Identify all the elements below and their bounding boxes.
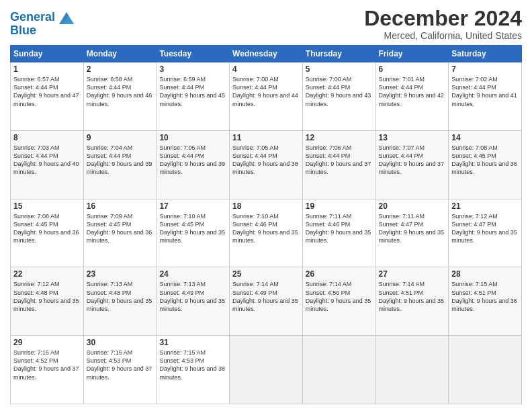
calendar-cell: 17Sunrise: 7:10 AMSunset: 4:45 PMDayligh… — [157, 199, 230, 267]
day-info: Sunrise: 7:15 AMSunset: 4:51 PMDaylight:… — [451, 280, 519, 313]
day-number: 23 — [87, 269, 154, 279]
day-number: 6 — [379, 64, 446, 74]
calendar-cell: 9Sunrise: 7:04 AMSunset: 4:44 PMDaylight… — [83, 130, 157, 199]
calendar-cell: 30Sunrise: 7:15 AMSunset: 4:53 PMDayligh… — [83, 336, 157, 404]
calendar-cell: 26Sunrise: 7:14 AMSunset: 4:50 PMDayligh… — [302, 267, 375, 336]
day-number: 31 — [159, 338, 226, 347]
calendar-cell — [449, 336, 522, 404]
day-number: 11 — [232, 133, 300, 142]
day-number: 19 — [306, 201, 373, 211]
calendar-cell: 16Sunrise: 7:09 AMSunset: 4:45 PMDayligh… — [83, 199, 157, 267]
calendar-cell: 29Sunrise: 7:15 AMSunset: 4:52 PMDayligh… — [11, 336, 84, 404]
day-info: Sunrise: 7:15 AMSunset: 4:53 PMDaylight:… — [159, 349, 226, 381]
day-number: 5 — [306, 64, 373, 74]
day-info: Sunrise: 7:10 AMSunset: 4:46 PMDaylight:… — [232, 212, 300, 245]
calendar-cell: 6Sunrise: 7:01 AMSunset: 4:44 PMDaylight… — [375, 62, 449, 131]
day-number: 2 — [87, 64, 154, 74]
day-info: Sunrise: 7:12 AMSunset: 4:48 PMDaylight:… — [13, 280, 81, 313]
day-info: Sunrise: 7:01 AMSunset: 4:44 PMDaylight:… — [379, 75, 446, 108]
day-info: Sunrise: 7:08 AMSunset: 4:45 PMDaylight:… — [451, 144, 519, 177]
day-info: Sunrise: 7:05 AMSunset: 4:44 PMDaylight:… — [232, 144, 300, 177]
calendar-cell: 18Sunrise: 7:10 AMSunset: 4:46 PMDayligh… — [230, 199, 303, 267]
calendar-cell: 21Sunrise: 7:12 AMSunset: 4:47 PMDayligh… — [449, 199, 522, 267]
header: General Blue December 2024 Merced, Calif… — [10, 7, 522, 41]
calendar-cell: 8Sunrise: 7:03 AMSunset: 4:44 PMDaylight… — [11, 130, 84, 199]
day-number: 21 — [451, 201, 519, 211]
calendar-cell: 12Sunrise: 7:06 AMSunset: 4:44 PMDayligh… — [302, 130, 375, 199]
calendar-table: SundayMondayTuesdayWednesdayThursdayFrid… — [10, 45, 522, 404]
day-number: 14 — [451, 133, 519, 142]
day-number: 20 — [379, 201, 446, 211]
weekday-header: Saturday — [449, 46, 522, 62]
day-number: 1 — [13, 64, 81, 74]
day-number: 4 — [232, 64, 300, 74]
day-number: 27 — [379, 269, 446, 279]
day-number: 24 — [159, 269, 226, 279]
day-number: 30 — [87, 338, 154, 347]
calendar-week-row: 22Sunrise: 7:12 AMSunset: 4:48 PMDayligh… — [11, 267, 522, 336]
day-info: Sunrise: 7:15 AMSunset: 4:53 PMDaylight:… — [87, 349, 154, 381]
day-info: Sunrise: 7:10 AMSunset: 4:45 PMDaylight:… — [159, 212, 226, 245]
day-info: Sunrise: 7:14 AMSunset: 4:50 PMDaylight:… — [306, 280, 373, 313]
day-info: Sunrise: 7:08 AMSunset: 4:45 PMDaylight:… — [13, 212, 81, 245]
day-number: 25 — [232, 269, 300, 279]
calendar-cell: 27Sunrise: 7:14 AMSunset: 4:51 PMDayligh… — [375, 267, 449, 336]
day-number: 10 — [159, 133, 226, 142]
calendar-week-row: 15Sunrise: 7:08 AMSunset: 4:45 PMDayligh… — [11, 199, 522, 267]
day-info: Sunrise: 7:11 AMSunset: 4:46 PMDaylight:… — [306, 212, 373, 245]
weekday-header: Friday — [375, 46, 449, 62]
calendar-cell: 15Sunrise: 7:08 AMSunset: 4:45 PMDayligh… — [11, 199, 84, 267]
day-number: 22 — [13, 269, 81, 279]
calendar-cell — [302, 336, 375, 404]
day-number: 18 — [232, 201, 300, 211]
calendar-cell: 5Sunrise: 7:00 AMSunset: 4:44 PMDaylight… — [302, 62, 375, 131]
calendar-cell: 23Sunrise: 7:13 AMSunset: 4:48 PMDayligh… — [83, 267, 157, 336]
calendar-cell — [230, 336, 303, 404]
logo-icon — [56, 9, 77, 26]
page: General Blue December 2024 Merced, Calif… — [0, 0, 532, 411]
calendar-cell: 1Sunrise: 6:57 AMSunset: 4:44 PMDaylight… — [11, 62, 84, 131]
calendar-cell: 4Sunrise: 7:00 AMSunset: 4:44 PMDaylight… — [230, 62, 303, 131]
calendar-cell: 10Sunrise: 7:05 AMSunset: 4:44 PMDayligh… — [157, 130, 230, 199]
day-info: Sunrise: 7:13 AMSunset: 4:49 PMDaylight:… — [159, 280, 226, 313]
day-number: 8 — [13, 133, 81, 142]
weekday-header: Monday — [83, 46, 157, 62]
day-number: 15 — [13, 201, 81, 211]
day-number: 17 — [159, 201, 226, 211]
day-info: Sunrise: 7:13 AMSunset: 4:48 PMDaylight:… — [87, 280, 154, 313]
day-info: Sunrise: 6:57 AMSunset: 4:44 PMDaylight:… — [13, 75, 81, 108]
day-info: Sunrise: 7:15 AMSunset: 4:52 PMDaylight:… — [13, 349, 81, 381]
calendar-week-row: 8Sunrise: 7:03 AMSunset: 4:44 PMDaylight… — [11, 130, 522, 199]
weekday-header-row: SundayMondayTuesdayWednesdayThursdayFrid… — [11, 46, 522, 62]
day-info: Sunrise: 7:14 AMSunset: 4:49 PMDaylight:… — [232, 280, 300, 313]
logo-text2: Blue — [10, 24, 77, 38]
day-info: Sunrise: 7:11 AMSunset: 4:47 PMDaylight:… — [379, 212, 446, 245]
calendar-cell: 13Sunrise: 7:07 AMSunset: 4:44 PMDayligh… — [375, 130, 449, 199]
day-number: 16 — [87, 201, 154, 211]
day-info: Sunrise: 7:14 AMSunset: 4:51 PMDaylight:… — [379, 280, 446, 313]
day-number: 28 — [451, 269, 519, 279]
logo-text: General — [10, 11, 55, 24]
day-number: 29 — [13, 338, 81, 347]
page-title: December 2024 — [364, 7, 522, 30]
calendar-cell: 3Sunrise: 6:59 AMSunset: 4:44 PMDaylight… — [157, 62, 230, 131]
weekday-header: Wednesday — [230, 46, 303, 62]
day-info: Sunrise: 7:04 AMSunset: 4:44 PMDaylight:… — [87, 144, 154, 177]
day-number: 3 — [159, 64, 226, 74]
day-info: Sunrise: 6:59 AMSunset: 4:44 PMDaylight:… — [159, 75, 226, 108]
day-info: Sunrise: 7:02 AMSunset: 4:44 PMDaylight:… — [451, 75, 519, 108]
calendar-cell: 14Sunrise: 7:08 AMSunset: 4:45 PMDayligh… — [449, 130, 522, 199]
calendar-cell: 24Sunrise: 7:13 AMSunset: 4:49 PMDayligh… — [157, 267, 230, 336]
day-info: Sunrise: 7:07 AMSunset: 4:44 PMDaylight:… — [379, 144, 446, 177]
weekday-header: Sunday — [11, 46, 84, 62]
weekday-header: Thursday — [302, 46, 375, 62]
logo: General Blue — [10, 9, 77, 38]
day-number: 9 — [87, 133, 154, 142]
title-block: December 2024 Merced, California, United… — [364, 7, 522, 41]
calendar-cell: 19Sunrise: 7:11 AMSunset: 4:46 PMDayligh… — [302, 199, 375, 267]
calendar-week-row: 1Sunrise: 6:57 AMSunset: 4:44 PMDaylight… — [11, 62, 522, 131]
calendar-cell: 2Sunrise: 6:58 AMSunset: 4:44 PMDaylight… — [83, 62, 157, 131]
day-number: 7 — [451, 64, 519, 74]
day-info: Sunrise: 7:06 AMSunset: 4:44 PMDaylight:… — [306, 144, 373, 177]
calendar-cell — [375, 336, 449, 404]
